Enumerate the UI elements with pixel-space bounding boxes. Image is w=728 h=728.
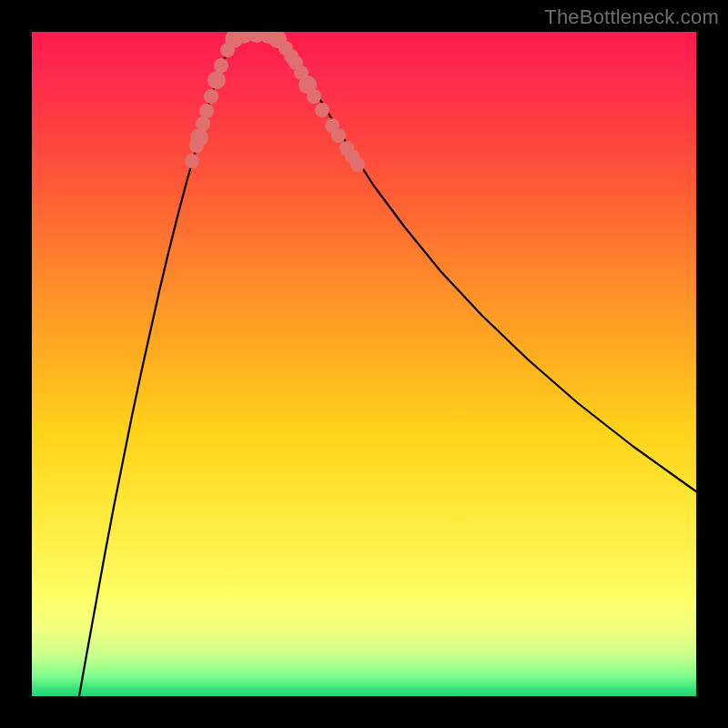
curve-marker bbox=[196, 116, 210, 131]
chart-frame: TheBottleneck.com bbox=[0, 0, 728, 728]
curve-markers bbox=[185, 32, 365, 172]
curve-marker bbox=[207, 71, 226, 89]
curve-layer bbox=[32, 32, 696, 696]
curve-marker bbox=[331, 128, 346, 143]
plot-area bbox=[32, 32, 696, 696]
curve-marker bbox=[190, 128, 208, 147]
curve-marker bbox=[185, 154, 199, 168]
curve-marker bbox=[350, 157, 365, 172]
curve-marker bbox=[204, 89, 218, 104]
curve-marker bbox=[315, 103, 329, 117]
watermark-text: TheBottleneck.com bbox=[544, 5, 719, 29]
curve-marker bbox=[214, 58, 228, 73]
curve-marker bbox=[199, 104, 214, 118]
curve-marker bbox=[307, 89, 321, 104]
bottleneck-curve-path bbox=[79, 33, 696, 696]
bottleneck-curve bbox=[79, 33, 696, 696]
